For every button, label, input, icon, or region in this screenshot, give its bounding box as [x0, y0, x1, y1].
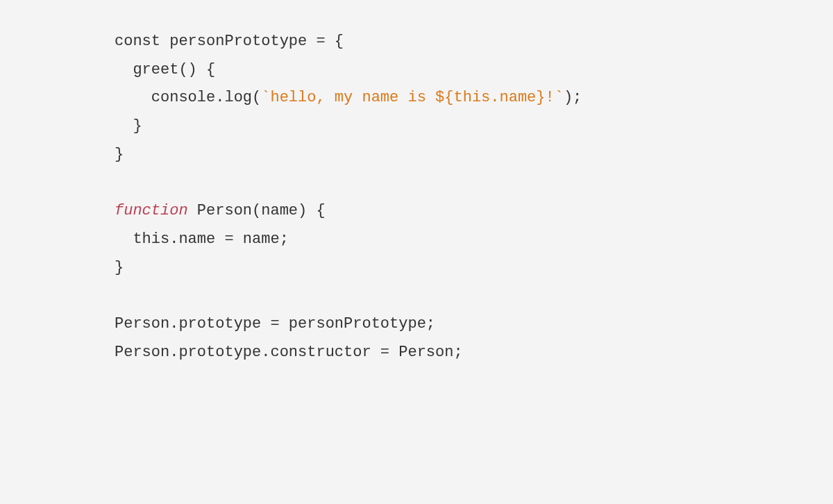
code-line: } [115, 141, 718, 169]
code-line: console.log(`hello, my name is ${this.na… [115, 84, 718, 112]
template-string: `hello, my name is ${this.name}!` [261, 89, 564, 106]
code-line: this.name = name; [115, 226, 718, 254]
code-line: } [115, 254, 718, 283]
code-text: ); [564, 89, 582, 106]
code-line [115, 169, 718, 197]
code-line: Person.prototype = personPrototype; [115, 310, 718, 339]
function-keyword: function [115, 202, 188, 219]
code-line: greet() { [115, 56, 718, 85]
code-block: const personPrototype = { greet() { cons… [0, 28, 833, 367]
code-line: Person.prototype.constructor = Person; [115, 339, 718, 367]
code-line [115, 282, 718, 310]
code-text: Person(name) { [188, 202, 326, 219]
code-line: function Person(name) { [115, 197, 718, 226]
code-text: console.log( [115, 89, 261, 106]
code-line: } [115, 112, 718, 141]
code-line: const personPrototype = { [115, 28, 718, 56]
